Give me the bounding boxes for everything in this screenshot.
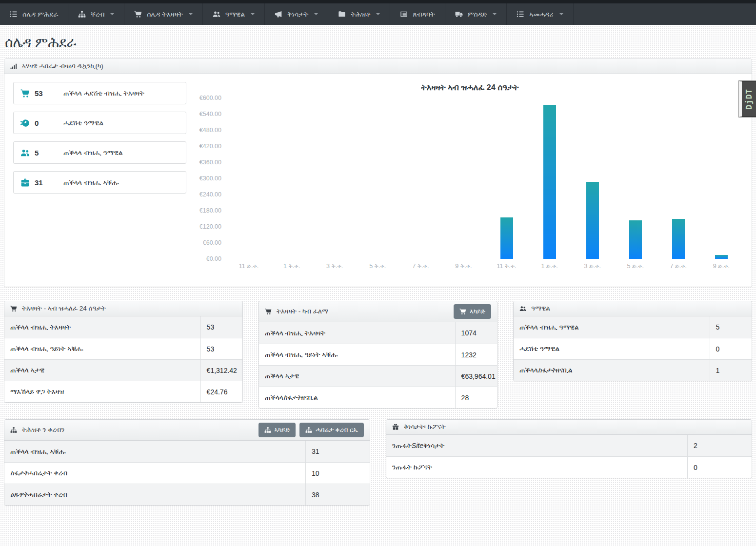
table-row: ዕጹዋት ሓበሬታት ቀረብ 38 xyxy=(4,484,370,505)
nav-item-label: ጸብጻባት xyxy=(413,10,435,19)
chevron-down-icon xyxy=(189,13,193,15)
table-row: ጠቕላላ ብዝሒ ዓማዊል 5 xyxy=(514,316,752,338)
stat-value: 53 xyxy=(35,89,43,98)
cart-icon xyxy=(20,89,30,98)
row-value: 31 xyxy=(306,441,370,462)
table-row: ከፋታት ሓበሬታት ቀረብ 10 xyxy=(4,462,370,484)
row-value: 28 xyxy=(456,387,497,408)
page-title: ሰሌዳ ምሕደራ xyxy=(5,35,751,51)
nav-item-customers[interactable]: ዓማዊል xyxy=(203,3,265,25)
row-value: 53 xyxy=(201,338,242,359)
chart-title: ትእዛዛት ኣብ ዝሓለፈ 24 ሰዓታት xyxy=(197,83,743,92)
x-tick-label: 3 ድ.ቀ. xyxy=(571,263,614,270)
store-statistics-body: 53 ጠቕላላ ሓደሽቲ ብዝሒ ትእዛዛት 0 ሓደሽቲ ዓማዊል 5 xyxy=(4,74,752,287)
chevron-down-icon xyxy=(314,13,318,15)
sitemap-icon xyxy=(264,427,271,433)
chart-bar xyxy=(629,220,642,259)
x-tick-label: 3 ቅ.ቀ. xyxy=(313,263,356,270)
nav-brand-label: ሰሌዳ ምሕደራ xyxy=(22,10,58,19)
nav-item-label: ሰሌዳ ትእዛዛት xyxy=(147,10,182,19)
nav-item-label: ዓማዊል xyxy=(225,10,245,19)
nav-brand-dashboard[interactable]: ሰሌዳ ምሕደራ xyxy=(0,3,68,25)
row-value: 38 xyxy=(306,484,370,505)
panel-title: ትሕዝቶ ን ቀረብን xyxy=(22,426,64,434)
panel-orders-all-time: ትእዛዛት - ካብ ፈለማ ኣካይድ ጠቕላላ ብዝሒ ትእዛዛት 1074 … xyxy=(259,301,497,409)
gift-icon xyxy=(392,424,399,430)
nav-item-orders[interactable]: ሰሌዳ ትእዛዛት xyxy=(124,3,202,25)
panel-catalogue-header: ትሕዝቶ ን ቀረብን ኣካይድ ሓበሬታ ቀረብ ርኤ xyxy=(4,420,370,441)
chevron-down-icon xyxy=(559,13,563,15)
sitemap-icon xyxy=(78,10,86,18)
chart-x-axis: 11 ድ.ቀ.1 ቅ.ቀ.3 ቅ.ቀ.5 ቅ.ቀ.7 ቅ.ቀ.9 ቅ.ቀ.11 … xyxy=(227,263,743,270)
summary-panels-row: ትእዛዛት - ኣብ ዝሓለፈ 24 ሰዓታት ጠቕላላ ብዝሒ ትእዛዛት 5… xyxy=(4,301,752,409)
table-row: ጠቕላላ ብዝሒ ዓይነት ኣቑሑ 53 xyxy=(4,338,242,359)
speedometer-icon xyxy=(20,118,30,128)
panel-orders-24h-header: ትእዛዛት - ኣብ ዝሓለፈ 24 ሰዓታት xyxy=(4,301,242,316)
table-row: ንጡፋት Site ቅነሳታት 2 xyxy=(386,435,752,456)
stat-label: ሓደሽቲ ዓማዊል xyxy=(63,119,103,127)
signal-icon xyxy=(10,63,17,70)
chart-bar xyxy=(715,255,728,259)
x-tick-label: 1 ቅ.ቀ. xyxy=(270,263,313,270)
chevron-down-icon xyxy=(251,13,255,15)
nav-item-admin[interactable]: ኣመሓዳሪ xyxy=(507,3,573,25)
row-value: 1 xyxy=(710,360,752,381)
nav-item-label: ምስዳድ xyxy=(468,10,487,19)
row-value: 0 xyxy=(710,338,752,359)
stat-value: 5 xyxy=(35,149,39,157)
table-row: ጠቕላላ ኣታዊ €1,312.42 xyxy=(4,359,242,381)
nav-item-shipping[interactable]: ምስዳድ xyxy=(445,3,507,25)
cart-icon xyxy=(134,10,142,18)
nav-item-reports[interactable]: ጸብጻባት xyxy=(390,3,445,25)
store-statistics-panel: ኣሃዛዊ ሓበሬታ ብዛዕባ ዱኳንኪ(ካ) 53 ጠቕላላ ሓደሽቲ ብዝሒ … xyxy=(4,58,752,287)
x-tick-label: 11 ቅ.ቀ. xyxy=(485,263,528,270)
table-row: ንጡፋት ኩፖናት 0 xyxy=(386,456,752,478)
list-icon xyxy=(517,10,524,18)
table-row: ሓደሽቲ ዓማዊል 0 xyxy=(514,338,752,359)
chart-bar xyxy=(500,217,513,259)
nav-item-label: ትሕዝቶ xyxy=(351,10,370,19)
panel-orders-24h: ትእዛዛት - ኣብ ዝሓለፈ 24 ሰዓታት ጠቕላላ ብዝሒ ትእዛዛት 5… xyxy=(4,301,243,403)
report-icon xyxy=(400,10,408,18)
nav-item-catalogue[interactable]: ቐረብ xyxy=(68,3,124,25)
nav-item-content[interactable]: ትሕዝቶ xyxy=(328,3,390,25)
manage-catalogue-button[interactable]: ኣካይድ xyxy=(259,423,296,437)
stat-value: 31 xyxy=(35,178,43,187)
bullhorn-icon xyxy=(275,10,282,18)
chart-bar xyxy=(672,219,685,259)
chart-y-axis: €600.00€540.00€480.00€420.00€360.00€300.… xyxy=(197,98,227,259)
x-tick-label: 7 ድ.ቀ. xyxy=(657,263,700,270)
table-row: ጠቕላላ ብዝሒ ዓይነት ኣቑሑ 1232 xyxy=(259,344,497,365)
table-row: ጠቕላላ ብዝሒ ትእዛዛት 53 xyxy=(4,316,242,338)
row-value: €1,312.42 xyxy=(201,360,243,381)
nav-item-label: ቐረብ xyxy=(91,10,104,19)
stat-card-new-customers: 0 ሓደሽቲ ዓማዊል xyxy=(13,112,186,134)
stat-label: ጠቕላላ ብዝሒ ዓማዊል xyxy=(63,149,123,157)
panel-offers-header: ቅነሳታት፡ ኩፖናት xyxy=(386,420,752,435)
cart-icon xyxy=(265,308,272,315)
stock-alerts-button[interactable]: ሓበሬታ ቀረብ ርኤ xyxy=(299,423,364,437)
store-statistics-header: ኣሃዛዊ ሓበሬታ ብዛዕባ ዱኳንኪ(ካ) xyxy=(4,59,752,74)
panel-customers: ዓማዊል ጠቕላላ ብዝሒ ዓማዊል 5 ሓደሽቲ ዓማዊል 0 ጠቕላላ ከፋ… xyxy=(513,301,752,381)
manage-orders-button[interactable]: ኣካይድ xyxy=(454,304,491,319)
folder-icon xyxy=(338,10,346,18)
navbar: ሰሌዳ ምሕደራ ቐረብ ሰሌዳ ትእዛዛት ዓማዊል ቅነሳታት ትሕዝቶ xyxy=(0,3,756,25)
djdt-toolbar-handle[interactable]: DjDT xyxy=(739,81,756,117)
panel-title: ዓማዊል xyxy=(531,305,550,312)
nav-item-offers[interactable]: ቅነሳታት xyxy=(265,3,328,25)
users-icon xyxy=(20,148,30,157)
table-row: ጠቕላላ ከፋታት ዘናቢል 28 xyxy=(259,387,497,408)
x-tick-label: 9 ድ.ቀ. xyxy=(700,263,743,270)
chevron-down-icon xyxy=(110,13,114,15)
djdt-label: DjDT xyxy=(744,89,754,110)
table-row: ጠቕላላ ከፋታት ዘናቢል 1 xyxy=(514,359,752,381)
chevron-down-icon xyxy=(376,13,380,15)
cart-icon xyxy=(10,305,17,312)
table-row: ጠቕላላ ኣታዊ €63,964.01 xyxy=(259,365,497,387)
panel-customers-header: ዓማዊል xyxy=(514,301,752,316)
bottom-panels-row: ትሕዝቶ ን ቀረብን ኣካይድ ሓበሬታ ቀረብ ርኤ ጠቕላላ ብዝሒ ኣቑ… xyxy=(4,419,752,506)
row-value: 5 xyxy=(710,316,752,338)
orders-24h-chart: ትእዛዛት ኣብ ዝሓለፈ 24 ሰዓታት €600.00€540.00€480… xyxy=(186,82,743,270)
x-tick-label: 5 ድ.ቀ. xyxy=(614,263,657,270)
row-value: €24.76 xyxy=(201,381,242,402)
